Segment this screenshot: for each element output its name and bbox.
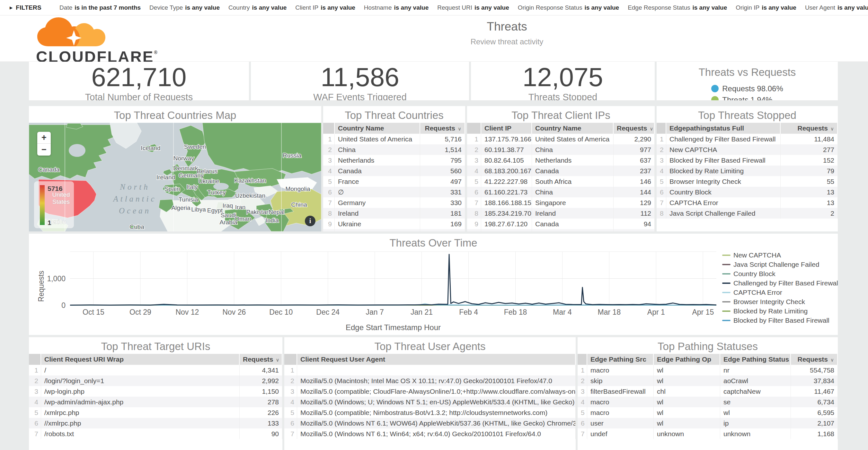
table-row[interactable]: 9198.27.67.120Canada94 [467,218,655,229]
table-row[interactable]: 2skipwlaoCrawl37,834 [578,376,838,386]
filters-toggle[interactable]: ▶ FILTERS [10,4,41,11]
column-header-requests[interactable]: Requests∨ [791,354,838,365]
legend-item-threats-1-94[interactable]: Threats 1.94% [711,94,783,100]
table-row[interactable]: 4macrowlse6,734 [578,397,838,407]
legend-item-requests-98-06[interactable]: Requests 98.06% [711,83,783,94]
table-row[interactable]: 1macrowlnr554,758 [578,365,838,376]
filter-item-hostname[interactable]: Hostnameis any value [364,4,429,11]
table-row[interactable]: 468.183.200.167Canada237 [467,166,655,176]
column-header-country-name[interactable]: Country Name [532,123,614,134]
threats-over-time-chart[interactable]: Oct 15Oct 29Nov 12Nov 26Dec 10Dec 24Jan … [29,248,838,322]
table-row[interactable]: 6userwlip2,107 [578,418,838,428]
table-row[interactable]: 3/wp-login.php1,150 [29,386,282,397]
table-row[interactable]: 6∅331 [323,187,465,197]
map-info-button[interactable]: i [305,216,315,226]
table-row[interactable]: 3Mozilla/5.0 (compatible; CloudFlare-Alw… [284,386,576,397]
table-row[interactable]: 260.191.38.77China977 [467,144,655,155]
table-row[interactable]: 1United States of America5,716 [323,134,465,144]
table-row[interactable]: 6Country Block13 [657,187,838,197]
table-row[interactable]: 5/xmlrpc.php226 [29,407,282,418]
table-cell: //xmlrpc.php [41,418,240,428]
table-row[interactable]: 9Ukraine169 [323,218,465,229]
filter-item-edge-response-status[interactable]: Edge Response Statusis any value [628,4,727,11]
table-row[interactable]: 3Netherlands795 [323,155,465,166]
table-row[interactable]: 8Ireland181 [323,208,465,218]
stat-value[interactable]: 11,586 [251,62,469,92]
table-cell: 94 [614,218,655,229]
column-header-client-request-user-agent[interactable]: Client Request User Agent [297,354,576,365]
column-header-country-name[interactable]: Country Name [335,123,420,134]
column-header-client-request-uri-wrap[interactable]: Client Request URI Wrap [41,354,240,365]
table-cell: 79 [781,166,838,176]
world-map[interactable]: NorthAtlanticOcean CanadaUnitedStatesMex… [29,123,321,232]
table-cell: wl [654,365,720,376]
filter-item-user-agent[interactable]: User Agentis any value [805,4,868,11]
table-row[interactable]: 4Blocked by Rate Limiting79 [657,166,838,176]
column-header-edge-pathing-op[interactable]: Edge Pathing Op [654,354,720,365]
table-row[interactable]: 7CAPTCHA Error13 [657,197,838,208]
zoom-out-button[interactable]: − [37,144,51,156]
filter-item-country[interactable]: Countryis any value [228,4,286,11]
table-row[interactable]: 5France497 [323,176,465,187]
filter-item-request-uri[interactable]: Request URIis any value [437,4,509,11]
table-row[interactable]: 1 [284,365,576,376]
table-row[interactable]: 7Mozilla/5.0 (Windows NT 6.1; Win64; x64… [284,428,576,439]
table-row[interactable]: 6//xmlrpc.php133 [29,418,282,428]
column-header-requests[interactable]: Requests∨ [614,123,655,134]
table-row[interactable]: 1061.160.247.127China88 [467,229,655,232]
column-header-edge-pathing-status[interactable]: Edge Pathing Status [720,354,791,365]
table-row[interactable]: 8185.234.219.70Ireland112 [467,208,655,218]
column-header-client-ip[interactable]: Client IP [481,123,532,134]
column-header-edgepathingstatus-full[interactable]: Edgepathingstatus Full [666,123,781,134]
filter-item-origin-ip[interactable]: Origin IPis any value [736,4,796,11]
table-row[interactable]: 2/login/?login_only=12,992 [29,376,282,386]
filter-item-device-type[interactable]: Device Typeis any value [149,4,220,11]
table-row[interactable]: 380.82.64.105Netherlands637 [467,155,655,166]
filter-item-date[interactable]: Dateis in the past 7 months [59,4,141,11]
stat-value[interactable]: 621,710 [29,62,249,92]
table-row[interactable]: 7188.166.188.152Singapore129 [467,197,655,208]
column-header-requests[interactable]: Requests∨ [420,123,465,134]
table-row[interactable]: 1137.175.79.166United States of America2… [467,134,655,144]
chart-legend-item-country-block[interactable]: Country Block [722,269,838,278]
filter-item-client-ip[interactable]: Client IPis any value [295,4,355,11]
table-row[interactable]: 7/robots.txt90 [29,428,282,439]
chart-legend-item-captcha-error[interactable]: CAPTCHA Error [722,288,838,297]
table-row[interactable]: 2China1,514 [323,144,465,155]
table-row[interactable]: 4/wp-admin/admin-ajax.php278 [29,397,282,407]
filter-item-origin-response-status[interactable]: Origin Response Statusis any value [518,4,619,11]
table-row[interactable]: 7Germany330 [323,197,465,208]
table-row[interactable]: 3filterBasedFirewallchlcaptchaNew11,467 [578,386,838,397]
x-tick-label: Dec 24 [316,308,340,316]
table-row[interactable]: 7undefunknownunknown1,168 [578,428,838,439]
table-row[interactable]: 6Mozilla/5.0 (Windows NT 6.1; WOW64) App… [284,418,576,428]
chart-legend-item-java-script-challenge-failed[interactable]: Java Script Challenge Failed [722,260,838,269]
table-row[interactable]: 5Browser Integrity Check55 [657,176,838,187]
chart-legend-item-blocked-by-rate-limiting[interactable]: Blocked by Rate Limiting [722,306,838,316]
column-header-edge-pathing-src[interactable]: Edge Pathing Src [587,354,654,365]
row-number: 7 [284,428,297,439]
chart-legend-item-new-captcha[interactable]: New CAPTCHA [722,250,838,260]
stat-value[interactable]: 12,075 [471,62,655,92]
table-row[interactable]: 1/4,341 [29,365,282,376]
column-header-requests[interactable]: Requests∨ [240,354,282,365]
table-row[interactable]: 5Mozilla/5.0 (compatible; Nimbostratus-B… [284,407,576,418]
table-cell: 112 [614,208,655,218]
table-row[interactable]: 661.160.221.73China144 [467,187,655,197]
table-row[interactable]: 2New CAPTCHA277 [657,144,838,155]
column-header-requests[interactable]: Requests∨ [781,123,838,134]
table-row[interactable]: 2Mozilla/5.0 (Macintosh; Intel Mac OS X … [284,376,576,386]
zoom-in-button[interactable]: + [37,132,51,144]
table-row[interactable]: 5macrowlwl6,595 [578,407,838,418]
table-row[interactable]: 4Canada560 [323,166,465,176]
chart-legend-item-challenged-by-filter-based-firewall[interactable]: Challenged by Filter Based Firewall [722,278,838,288]
table-row[interactable]: 1Challenged by Filter Based Firewall11,4… [657,134,838,144]
table-row[interactable]: 8Java Script Challenge Failed2 [657,208,838,218]
chart-legend-item-blocked-by-filter-based-firewall[interactable]: Blocked by Filter Based Firewall [722,316,838,325]
table-row[interactable]: 10Singapore158 [323,229,465,232]
chart-legend-item-browser-integrity-check[interactable]: Browser Integrity Check [722,297,838,306]
table-row[interactable]: 541.222.227.98South Africa146 [467,176,655,187]
map-color-legend: 5716 1 [34,181,74,228]
table-row[interactable]: 3Blocked by Filter Based Firewall152 [657,155,838,166]
table-row[interactable]: 4Mozilla/5.0 (Windows; U; Windows NT 5.1… [284,397,576,407]
